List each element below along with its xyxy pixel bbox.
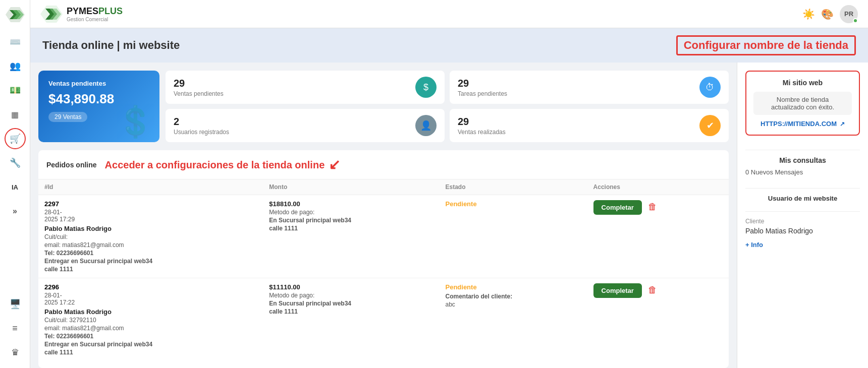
col-monto: Monto xyxy=(263,179,439,195)
stat-item-3: 29 Ventas realizadas ✔ xyxy=(450,109,729,142)
user-avatar[interactable]: PR xyxy=(840,5,858,23)
store-url-link[interactable]: HTTPS://MITIENDA.COM ↗ xyxy=(753,120,852,128)
order-address: calle 1111 xyxy=(44,349,257,356)
stat-item-0: 29 Ventas pendientes $ xyxy=(166,71,445,104)
body-row: Ventas pendientes $43,890.88 29 Ventas 💲… xyxy=(30,63,868,368)
sidebar-item-users[interactable]: 👥 xyxy=(5,55,26,77)
delete-order-button[interactable]: 🗑 xyxy=(648,202,657,212)
complete-order-button[interactable]: Completar xyxy=(593,200,642,215)
sidebar-item-cart[interactable]: 🛒 xyxy=(5,128,26,149)
cliente-label: Cliente xyxy=(745,218,860,225)
order-status: Pendiente xyxy=(446,200,477,208)
order-email: email: matias821@gmail.com xyxy=(44,325,257,332)
page-title-bar: Tienda online | mi website Configurar no… xyxy=(30,28,868,63)
order-cuit: Cuit/cuil: 32792110 xyxy=(44,317,257,324)
barcode-icon: ▦ xyxy=(11,110,19,119)
header-logo-icon xyxy=(40,5,63,24)
panel-divider-3 xyxy=(745,211,860,212)
sidebar: ⌨️ 👥 💵 ▦ 🛒 🔧 IA » 🖥️ ≡ ♛ xyxy=(0,0,30,368)
more-icon: » xyxy=(13,207,17,216)
orders-section: Pedidos online Acceder a configuraciones… xyxy=(38,150,729,368)
ia-label: IA xyxy=(12,183,18,191)
stat-icon-3: ✔ xyxy=(699,115,721,136)
usuario-website-title: Usuario de mi website xyxy=(745,195,860,202)
logo-pymes: PYMES xyxy=(67,6,98,16)
order-status: Pendiente xyxy=(446,283,477,291)
order-comment-label: Comentario del cliente: xyxy=(446,293,581,300)
center-content: Ventas pendientes $43,890.88 29 Ventas 💲… xyxy=(30,63,737,368)
order-branch-address: calle 1111 xyxy=(269,225,433,232)
order-id: 2297 xyxy=(44,200,257,208)
sidebar-item-crown[interactable]: ♛ xyxy=(5,342,26,363)
order-date: 28-01-2025 17:29 xyxy=(44,209,257,223)
stat-num-3: 29 xyxy=(458,116,506,128)
order-tel: Tel: 02236696601 xyxy=(44,333,257,340)
orders-header: Pedidos online Acceder a configuraciones… xyxy=(38,150,729,179)
order-branch-address: calle 1111 xyxy=(269,308,433,315)
order-date: 28-01-2025 17:22 xyxy=(44,292,257,306)
order-payment-label: Metodo de pago: xyxy=(269,292,433,299)
new-messages-count: 0 Nuevos Mensajes xyxy=(745,168,860,176)
order-customer: Pablo Matias Rodrigo xyxy=(44,308,257,316)
stat-label-0: Ventas pendientes xyxy=(174,90,224,97)
sidebar-item-barcode[interactable]: ▦ xyxy=(5,104,26,125)
cart-icon: 🛒 xyxy=(10,133,21,144)
online-indicator xyxy=(853,18,858,23)
stat-num-0: 29 xyxy=(174,78,224,89)
main-stat-title: Ventas pendientes xyxy=(48,80,149,87)
order-amount-cell: $11110.00 Metodo de pago: En Sucursal pr… xyxy=(263,278,439,361)
external-link-icon: ↗ xyxy=(840,120,845,128)
user-initials: PR xyxy=(844,10,853,18)
order-amount: $11110.00 xyxy=(269,283,433,291)
header-icons: ☀️ 🎨 PR xyxy=(802,5,858,23)
keyboard-icon: ⌨️ xyxy=(10,36,21,47)
info-link[interactable]: + Info xyxy=(745,241,860,249)
sun-icon[interactable]: ☀️ xyxy=(802,8,815,20)
palette-icon[interactable]: 🎨 xyxy=(821,8,834,20)
sidebar-item-keyboard[interactable]: ⌨️ xyxy=(5,31,26,52)
order-email: email: matias821@gmail.com xyxy=(44,241,257,249)
cash-icon: 💵 xyxy=(10,85,21,96)
logo-plus: PLUS xyxy=(98,6,123,16)
order-id-cell: 2296 28-01-2025 17:22 Pablo Matias Rodri… xyxy=(38,278,263,361)
sidebar-item-monitor[interactable]: 🖥️ xyxy=(5,293,26,315)
logo-subtitle: Gestion Comercial xyxy=(67,17,123,22)
header-left: PYMESPLUS Gestion Comercial xyxy=(40,5,123,24)
sidebar-item-tools[interactable]: 🔧 xyxy=(5,152,26,173)
main-stat-badge: 29 Ventas xyxy=(48,112,87,122)
stat-item-1: 29 Tareas pendientes ⏱ xyxy=(450,71,729,104)
configure-store-name-button[interactable]: Configurar nombre de la tienda xyxy=(676,35,856,55)
sidebar-item-ia[interactable]: IA xyxy=(5,176,26,198)
red-arrow-icon: ↙ xyxy=(329,156,340,173)
header: PYMESPLUS Gestion Comercial ☀️ 🎨 PR xyxy=(30,0,868,28)
order-actions-cell: Completar 🗑 xyxy=(587,195,729,278)
order-address: calle 1111 xyxy=(44,266,257,273)
stat-num-1: 29 xyxy=(458,78,507,89)
stat-num-2: 2 xyxy=(174,116,229,128)
order-amount: $18810.00 xyxy=(269,200,433,208)
client-name: Pablo Matias Rodrigo xyxy=(745,227,860,235)
stats-row: Ventas pendientes $43,890.88 29 Ventas 💲… xyxy=(38,71,729,142)
sidebar-item-list[interactable]: ≡ xyxy=(5,318,26,339)
store-url-text: HTTPS://MITIENDA.COM xyxy=(761,120,837,128)
order-actions-cell: Completar 🗑 xyxy=(587,278,729,361)
sidebar-item-more[interactable]: » xyxy=(5,201,26,222)
mi-sitio-title: Mi sitio web xyxy=(753,79,852,87)
sidebar-item-cash[interactable]: 💵 xyxy=(5,80,26,101)
order-delivery: Entregar en Sucursal principal web34 xyxy=(44,258,257,265)
col-estado: Estado xyxy=(440,179,587,195)
stat-label-3: Ventas realizadas xyxy=(458,129,506,136)
stat-icon-2: 👤 xyxy=(415,115,437,136)
stat-item-2: 2 Usuarios registrados 👤 xyxy=(166,109,445,142)
delete-order-button[interactable]: 🗑 xyxy=(648,285,657,295)
stat-icon-1: ⏱ xyxy=(699,77,721,98)
mi-sitio-web-box: Mi sitio web Nombre de tienda actualizad… xyxy=(745,71,860,136)
users-icon: 👥 xyxy=(10,60,21,72)
right-panel: Mi sitio web Nombre de tienda actualizad… xyxy=(737,63,868,368)
annotation-access-config: Acceder a configuraciones de la tienda o… xyxy=(105,159,325,171)
order-status-cell: Pendiente xyxy=(440,195,587,278)
panel-divider-2 xyxy=(745,188,860,189)
order-id-cell: 2297 28-01-2025 17:29 Pablo Matias Rodri… xyxy=(38,195,263,278)
complete-order-button[interactable]: Completar xyxy=(593,283,642,298)
main-stat-bg-icon: 💲 xyxy=(117,104,154,140)
